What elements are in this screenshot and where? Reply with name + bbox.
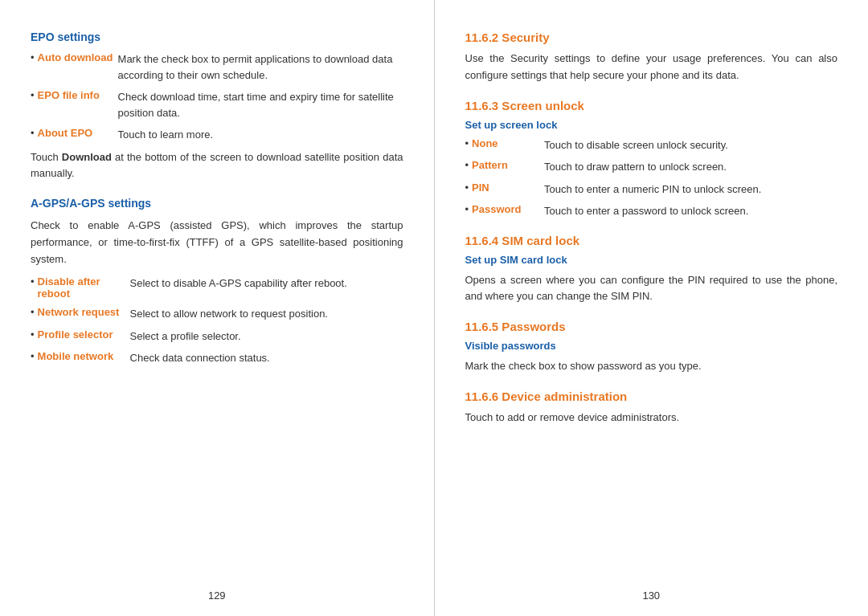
term-disable-after-reboot: Disable afterreboot — [38, 275, 130, 300]
visible-passwords-subsection: Visible passwords — [465, 340, 838, 352]
passwords-section: 11.6.5 Passwords Visible passwords Mark … — [465, 320, 838, 375]
desc-pin: Touch to enter a numeric PIN to unlock s… — [544, 182, 837, 198]
sim-card-lock-body: Opens a screen where you can configure t… — [465, 272, 838, 306]
right-page-number: 130 — [642, 589, 660, 602]
left-page: EPO settings • Auto download Mark the ch… — [0, 0, 435, 616]
bullet-dot: • — [31, 127, 35, 139]
security-body: Use the Security settings to define your… — [465, 51, 838, 84]
desc-none: Touch to disable screen unlock security. — [544, 137, 837, 153]
list-item: • Pattern Touch to draw pattern to unloc… — [465, 159, 838, 175]
agps-body-text: Check to enable A-GPS (assisted GPS), wh… — [31, 218, 403, 267]
bullet-dot: • — [465, 159, 469, 171]
bullet-dot: • — [31, 328, 35, 341]
term-pattern: Pattern — [472, 159, 544, 171]
desc-auto-download: Mark the check box to permit application… — [118, 51, 403, 83]
desc-epo-file-info: Check download time, start time and expi… — [118, 89, 403, 120]
device-admin-section: 11.6.6 Device administration Touch to ad… — [465, 390, 838, 426]
epo-settings-section: EPO settings • Auto download Mark the ch… — [31, 31, 403, 182]
term-epo-file-info: EPO file info — [38, 89, 118, 101]
agps-section: A-GPS/A-GPS settings Check to enable A-G… — [31, 197, 403, 366]
device-admin-title: 11.6.6 Device administration — [465, 390, 838, 403]
bullet-dot: • — [465, 182, 469, 194]
screen-unlock-subsection: Set up screen lock — [465, 119, 838, 131]
sim-card-lock-subsection: Set up SIM card lock — [465, 254, 838, 266]
agps-title: A-GPS/A-GPS settings — [31, 197, 403, 210]
desc-profile-selector: Select a profile selector. — [130, 328, 403, 345]
list-item: • Profile selector Select a profile sele… — [31, 328, 403, 345]
sim-card-lock-section: 11.6.4 SIM card lock Set up SIM card loc… — [465, 234, 838, 306]
term-password: Password — [472, 203, 544, 215]
term-auto-download: Auto download — [38, 51, 118, 63]
desc-pattern: Touch to draw pattern to unlock screen. — [544, 159, 837, 175]
passwords-title: 11.6.5 Passwords — [465, 320, 838, 333]
device-admin-body: Touch to add or remove device administra… — [465, 410, 838, 426]
left-page-number: 129 — [208, 589, 226, 602]
epo-body-text: Touch Download at the bottom of the scre… — [31, 149, 403, 183]
list-item: • Mobile network Check data connection s… — [31, 350, 403, 366]
list-item: • EPO file info Check download time, sta… — [31, 89, 403, 120]
desc-about-epo: Touch to learn more. — [118, 127, 403, 143]
document-page: EPO settings • Auto download Mark the ch… — [0, 0, 868, 616]
sim-card-lock-title: 11.6.4 SIM card lock — [465, 234, 838, 247]
right-page: 11.6.2 Security Use the Security setting… — [435, 0, 869, 616]
term-about-epo: About EPO — [38, 127, 118, 139]
security-title: 11.6.2 Security — [465, 31, 838, 44]
list-item: • Disable afterreboot Select to disable … — [31, 275, 403, 300]
bullet-dot: • — [31, 306, 35, 318]
term-none: None — [472, 137, 544, 149]
list-item: • Network request Select to allow networ… — [31, 306, 403, 322]
bullet-dot: • — [465, 203, 469, 215]
list-item: • About EPO Touch to learn more. — [31, 127, 403, 143]
desc-mobile-network: Check data connection status. — [130, 350, 403, 366]
term-network-request: Network request — [38, 306, 130, 318]
desc-password: Touch to enter a password to unlock scre… — [544, 203, 837, 219]
bullet-dot: • — [31, 350, 35, 362]
list-item: • Password Touch to enter a password to … — [465, 203, 838, 219]
screen-unlock-section: 11.6.3 Screen unlock Set up screen lock … — [465, 99, 838, 219]
bullet-dot: • — [31, 51, 35, 63]
list-item: • PIN Touch to enter a numeric PIN to un… — [465, 182, 838, 198]
passwords-body: Mark the check box to show password as y… — [465, 358, 838, 375]
desc-network-request: Select to allow network to request posit… — [130, 306, 403, 322]
desc-disable-after-reboot: Select to disable A-GPS capability after… — [130, 275, 403, 292]
screen-unlock-title: 11.6.3 Screen unlock — [465, 99, 838, 112]
epo-settings-title: EPO settings — [31, 31, 403, 43]
list-item: • None Touch to disable screen unlock se… — [465, 137, 838, 153]
bullet-dot: • — [31, 89, 35, 101]
term-profile-selector: Profile selector — [38, 328, 130, 341]
security-section: 11.6.2 Security Use the Security setting… — [465, 31, 838, 84]
bullet-dot: • — [465, 137, 469, 149]
term-pin: PIN — [472, 182, 544, 194]
term-mobile-network: Mobile network — [38, 350, 130, 362]
bullet-dot: • — [31, 275, 35, 288]
list-item: • Auto download Mark the check box to pe… — [31, 51, 403, 83]
